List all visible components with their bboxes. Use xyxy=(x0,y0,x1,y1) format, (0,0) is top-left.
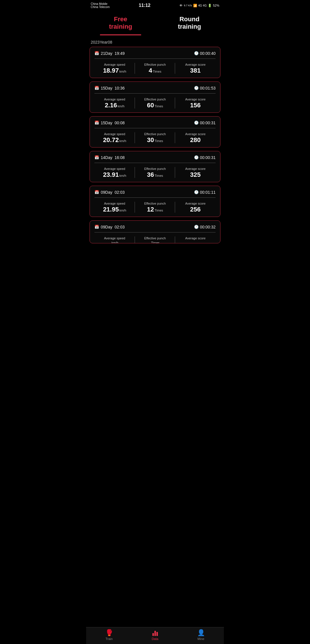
stat-effective-punch: Effective punch 36 Times xyxy=(135,167,175,178)
card-date: 📅 21Day 19:49 xyxy=(94,51,125,56)
avg-score-label: Average score xyxy=(185,236,206,240)
clock-icon: 🕐 xyxy=(194,86,199,90)
clock-icon: 🕐 xyxy=(194,225,199,229)
nav-train[interactable]: 🥊 Train xyxy=(86,630,132,641)
clock-icon: 🕐 xyxy=(194,51,199,55)
tab-header: Freetraining Roundtraining xyxy=(86,10,224,35)
avg-speed-unit: km/h xyxy=(119,139,126,143)
carrier2: China Telecom xyxy=(91,5,110,9)
mine-icon: 👤 xyxy=(197,630,205,636)
tab-round-training[interactable]: Roundtraining xyxy=(155,13,224,35)
clock-icon: 🕐 xyxy=(194,121,199,125)
avg-speed-unit: km/h xyxy=(118,104,125,108)
card-stats: Average speed 2.16 km/h Effective punch … xyxy=(94,98,216,108)
calendar-icon: 📅 xyxy=(94,190,99,194)
card-date: 📅 14Day 16:08 xyxy=(94,155,125,160)
nav-data[interactable]: Data xyxy=(132,630,178,641)
eye-icon: 👁 xyxy=(179,4,183,7)
duration-value: 00:01:11 xyxy=(200,190,216,195)
card-duration: 🕐 00:01:53 xyxy=(194,86,216,90)
avg-score-value: 256 xyxy=(190,206,201,213)
card-day: 09Day 02:03 xyxy=(101,225,125,229)
avg-speed-unit: km/h xyxy=(119,70,126,73)
stat-effective-punch: Effective punch 12 Times xyxy=(135,202,175,213)
card-day: 14Day 16:08 xyxy=(101,155,125,160)
duration-value: 00:01:53 xyxy=(200,86,216,90)
status-bar: China Mobile China Telecom 11:12 👁 9.7 K… xyxy=(86,0,224,10)
signal-icons: 4G 4G xyxy=(198,4,207,7)
avg-speed-label: Average speed xyxy=(104,63,125,66)
card-divider xyxy=(94,93,216,94)
card-day: 15Day 00:08 xyxy=(101,121,125,125)
nav-train-label: Train xyxy=(106,637,113,641)
effective-punch-label: Effective punch xyxy=(144,98,166,101)
year-label: 2023Year08 xyxy=(86,35,224,47)
card-duration: 🕐 00:00:40 xyxy=(194,51,216,56)
stat-effective-punch: Effective punch 60 Times xyxy=(135,98,175,108)
data-speed: 9.7 K/s xyxy=(184,4,192,7)
stat-avg-speed: Average speed 18.97 km/h xyxy=(94,63,135,74)
effective-punch-unit: Times xyxy=(153,70,161,73)
training-card[interactable]: 📅 09Day 02:03 🕐 00:01:11 Average speed 2… xyxy=(90,186,220,217)
training-card[interactable]: 📅 14Day 16:08 🕐 00:00:31 Average speed 2… xyxy=(90,151,220,182)
card-stats: Average speed km/h Effective punch Times… xyxy=(94,236,216,243)
card-day: 21Day 19:49 xyxy=(101,51,125,56)
calendar-icon: 📅 xyxy=(94,225,99,229)
avg-score-label: Average score xyxy=(185,202,206,205)
battery-percent: 52% xyxy=(213,4,219,7)
card-header: 📅 14Day 16:08 🕐 00:00:31 xyxy=(94,155,216,160)
training-card[interactable]: 📅 21Day 19:49 🕐 00:00:40 Average speed 1… xyxy=(90,47,220,78)
calendar-icon: 📅 xyxy=(94,121,99,125)
carrier1: China Mobile xyxy=(91,2,110,5)
card-duration: 🕐 00:00:32 xyxy=(194,225,216,229)
effective-punch-unit: Times xyxy=(154,174,163,177)
card-duration: 🕐 00:01:11 xyxy=(194,190,216,195)
effective-punch-unit: Times xyxy=(154,209,163,212)
avg-score-label: Average score xyxy=(185,63,206,66)
avg-speed-unit: km/h xyxy=(119,209,126,212)
effective-punch-unit: Times xyxy=(154,104,163,108)
stat-effective-punch: Effective punch 30 Times xyxy=(135,132,175,143)
stat-avg-speed: Average speed 23.91 km/h xyxy=(94,167,135,178)
card-divider xyxy=(94,197,216,198)
nav-mine[interactable]: 👤 Mine xyxy=(178,630,224,641)
tab-free-training[interactable]: Freetraining xyxy=(86,13,155,35)
card-date: 📅 09Day 02:03 xyxy=(94,225,125,229)
calendar-icon: 📅 xyxy=(94,86,99,90)
duration-value: 00:00:40 xyxy=(200,51,216,56)
card-day: 09Day 02:03 xyxy=(101,190,125,195)
avg-speed-unit: km/h xyxy=(111,241,118,243)
effective-punch-label: Effective punch xyxy=(144,202,166,205)
training-card[interactable]: 📅 15Day 00:08 🕐 00:00:31 Average speed 2… xyxy=(90,116,220,148)
avg-speed-value: 23.91 xyxy=(103,172,119,178)
avg-score-label: Average score xyxy=(185,98,206,101)
training-card[interactable]: 📅 15Day 10:36 🕐 00:01:53 Average speed 2… xyxy=(90,82,220,113)
card-header: 📅 15Day 00:08 🕐 00:00:31 xyxy=(94,121,216,125)
avg-speed-unit: km/h xyxy=(119,174,126,177)
battery-icon: 🔋 xyxy=(208,4,212,7)
calendar-icon: 📅 xyxy=(94,155,99,160)
effective-punch-value: 30 xyxy=(147,137,154,143)
effective-punch-label: Effective punch xyxy=(144,167,166,170)
avg-speed-label: Average speed xyxy=(104,98,125,101)
duration-value: 00:00:31 xyxy=(200,155,216,160)
effective-punch-value: 60 xyxy=(147,102,154,108)
stat-avg-score: Average score 280 xyxy=(175,132,216,143)
avg-speed-label: Average speed xyxy=(104,132,125,136)
effective-punch-value: 4 xyxy=(149,67,152,74)
nav-mine-label: Mine xyxy=(197,637,204,641)
duration-value: 00:00:32 xyxy=(200,225,216,229)
wifi-icon: 📶 xyxy=(193,4,197,7)
status-time: 11:12 xyxy=(139,3,150,8)
avg-speed-label: Average speed xyxy=(104,236,125,240)
avg-score-value: 156 xyxy=(190,102,201,108)
avg-score-label: Average score xyxy=(185,132,206,136)
bottom-nav: 🥊 Train Data 👤 Mine xyxy=(86,627,224,644)
duration-value: 00:00:31 xyxy=(200,121,216,125)
avg-speed-value: 21.95 xyxy=(103,206,119,213)
card-duration: 🕐 00:00:31 xyxy=(194,121,216,125)
stat-avg-speed: Average speed 20.72 km/h xyxy=(94,132,135,143)
stat-avg-score: Average score 156 xyxy=(175,98,216,108)
stat-avg-score: Average score xyxy=(175,236,216,243)
training-card[interactable]: 📅 09Day 02:03 🕐 00:00:32 Average speed k… xyxy=(90,220,220,243)
